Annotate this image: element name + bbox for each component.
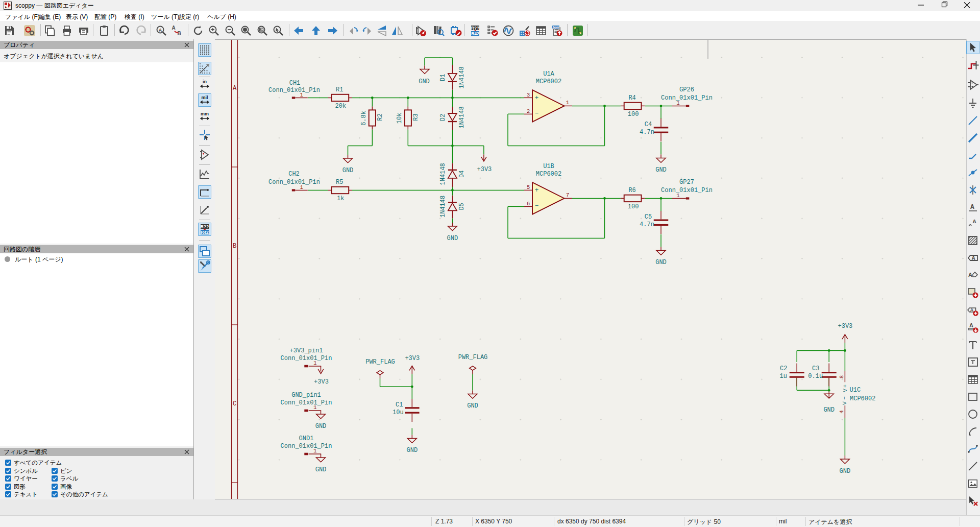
- svg-text:GND: GND: [840, 468, 851, 475]
- svg-text:PWR_FLAG: PWR_FLAG: [365, 358, 395, 366]
- svg-text:1N4148: 1N4148: [439, 196, 447, 218]
- svg-text:R42: R42: [201, 230, 209, 235]
- svg-text:GND: GND: [655, 259, 667, 266]
- svg-text:D1: D1: [439, 74, 447, 81]
- svg-text:3: 3: [527, 92, 530, 98]
- svg-text:+: +: [535, 187, 539, 194]
- svg-text:GND: GND: [315, 423, 327, 430]
- svg-text:R??: R??: [201, 224, 209, 229]
- svg-text:+3V3_pin1: +3V3_pin1: [290, 347, 323, 354]
- svg-text:R42: R42: [471, 31, 479, 36]
- svg-text:Conn_01x01_Pin: Conn_01x01_Pin: [268, 179, 320, 186]
- svg-text:Conn_01x01_Pin: Conn_01x01_Pin: [268, 87, 320, 94]
- svg-text:Conn_01x01_Pin: Conn_01x01_Pin: [661, 94, 713, 102]
- svg-text:A: A: [968, 272, 972, 278]
- svg-text:Conn_01x01_Pin: Conn_01x01_Pin: [281, 355, 332, 362]
- svg-text:V: V: [842, 389, 848, 392]
- svg-text:PWR_FLAG: PWR_FLAG: [458, 354, 488, 361]
- svg-text:U1C: U1C: [850, 387, 861, 394]
- svg-text:Conn_01x01_Pin: Conn_01x01_Pin: [661, 187, 713, 194]
- svg-text:GND: GND: [823, 406, 835, 414]
- svg-text:4: 4: [839, 410, 845, 413]
- svg-text:6: 6: [527, 201, 530, 207]
- svg-text:C2: C2: [780, 365, 787, 372]
- svg-text:−: −: [535, 110, 539, 117]
- svg-text:−: −: [535, 203, 539, 210]
- svg-text:GP27: GP27: [679, 179, 694, 186]
- svg-text:GND1: GND1: [299, 435, 314, 442]
- svg-text:GP26: GP26: [679, 86, 694, 93]
- svg-text:10u: 10u: [393, 409, 404, 416]
- svg-text:A: A: [172, 25, 175, 31]
- svg-text:Conn_01x01_Pin: Conn_01x01_Pin: [281, 399, 332, 406]
- svg-text:+3V3: +3V3: [405, 355, 420, 362]
- svg-text:100: 100: [628, 111, 639, 118]
- svg-text:GND: GND: [655, 166, 667, 174]
- svg-text:MCP6002: MCP6002: [850, 395, 875, 402]
- svg-text:R6: R6: [628, 187, 635, 194]
- svg-text:mm: mm: [201, 111, 209, 116]
- svg-text:C: C: [233, 400, 236, 408]
- svg-text:A: A: [159, 28, 162, 33]
- svg-text:D5: D5: [458, 203, 465, 210]
- svg-text:R??: R??: [471, 26, 479, 31]
- svg-text:MCP6002: MCP6002: [536, 78, 561, 85]
- svg-text:C1: C1: [396, 401, 403, 409]
- svg-text:D2: D2: [439, 114, 447, 121]
- svg-text:Conn_01x01_Pin: Conn_01x01_Pin: [281, 443, 332, 450]
- svg-text:CH1: CH1: [289, 80, 301, 87]
- svg-text:A: A: [233, 85, 237, 92]
- svg-text:2: 2: [527, 108, 530, 114]
- svg-text:GND_pin1: GND_pin1: [291, 392, 321, 399]
- svg-text:C5: C5: [645, 213, 652, 221]
- svg-text:R1: R1: [336, 86, 343, 93]
- svg-text:GND: GND: [342, 167, 354, 174]
- svg-text:GND: GND: [315, 466, 327, 473]
- svg-text:5: 5: [527, 184, 530, 190]
- svg-text:.bom: .bom: [552, 26, 560, 29]
- svg-text:+3V3: +3V3: [314, 378, 329, 386]
- svg-text:+3V3: +3V3: [838, 323, 852, 330]
- svg-text:1u: 1u: [779, 373, 787, 380]
- svg-text:A: A: [970, 307, 974, 313]
- svg-text:20k: 20k: [335, 103, 346, 110]
- svg-text:+3V3: +3V3: [477, 166, 492, 173]
- svg-text:GND: GND: [447, 235, 458, 242]
- svg-text:A: A: [969, 322, 973, 328]
- svg-text:4.7n: 4.7n: [640, 129, 654, 136]
- svg-text:GND: GND: [419, 78, 430, 85]
- svg-text:C4: C4: [645, 121, 652, 128]
- svg-text:1N4148: 1N4148: [439, 163, 447, 185]
- svg-text:R5: R5: [336, 179, 343, 186]
- svg-text:D4: D4: [458, 171, 465, 178]
- svg-text:R4: R4: [628, 94, 635, 102]
- svg-text:V: V: [842, 401, 848, 405]
- svg-text:R2: R2: [377, 113, 384, 121]
- svg-text:10k: 10k: [396, 113, 403, 124]
- svg-text:C3: C3: [812, 365, 819, 372]
- svg-text:CH2: CH2: [288, 171, 300, 178]
- svg-text:A: A: [971, 255, 975, 261]
- svg-text:U1B: U1B: [543, 163, 554, 170]
- svg-text:A: A: [970, 203, 974, 211]
- svg-text:1: 1: [566, 100, 569, 106]
- svg-text:GND: GND: [406, 447, 418, 454]
- svg-text:A: A: [973, 219, 976, 225]
- svg-text:+: +: [842, 385, 848, 388]
- svg-text:GND: GND: [467, 402, 478, 410]
- svg-text:+: +: [535, 94, 539, 102]
- svg-text:1N4148: 1N4148: [458, 66, 465, 88]
- svg-text:7: 7: [566, 192, 569, 198]
- svg-text:B: B: [233, 243, 236, 250]
- svg-text:U1A: U1A: [543, 70, 554, 78]
- svg-text:1N4148: 1N4148: [458, 106, 465, 128]
- svg-text:−: −: [842, 396, 848, 400]
- svg-text:6.8k: 6.8k: [360, 111, 368, 126]
- svg-text:8: 8: [839, 375, 845, 378]
- svg-text:mil: mil: [201, 95, 208, 100]
- svg-text:100: 100: [628, 203, 639, 210]
- svg-text:0.1u: 0.1u: [808, 373, 823, 380]
- svg-text:R3: R3: [412, 113, 420, 121]
- svg-text:in: in: [203, 79, 207, 84]
- svg-text:1k: 1k: [337, 195, 344, 202]
